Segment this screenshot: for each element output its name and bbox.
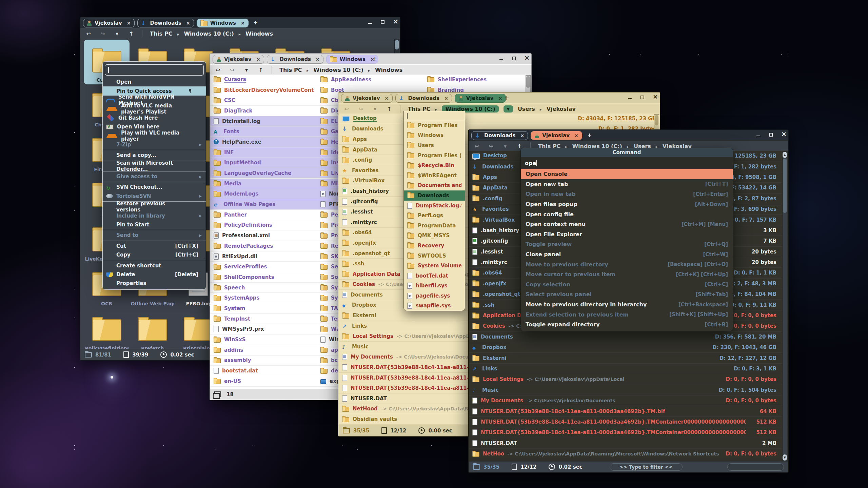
file-row[interactable]: NTUSER.DAT{53b39e88-18c4-11ea-a811-000d3… (469, 427, 788, 438)
file-row[interactable]: SystemApps (210, 293, 317, 303)
file-row[interactable]: BitLockerDiscoveryVolumeContents (210, 85, 317, 96)
dropdown-filter-input[interactable] (404, 111, 465, 120)
scrollbar-thumb[interactable] (395, 40, 399, 49)
history-dropdown-icon[interactable]: ▾ (114, 30, 120, 37)
scroll-up-icon[interactable]: ▲ (783, 152, 787, 158)
back-icon[interactable]: ↩ (85, 30, 92, 37)
forward-icon[interactable]: ↪ (99, 30, 106, 37)
new-tab-button[interactable]: + (253, 19, 258, 26)
maximize-icon[interactable] (640, 95, 645, 100)
breadcrumb-item[interactable]: Windows 10 (C:) (184, 30, 240, 37)
menu-item[interactable]: Scan with Microsoft Defender... (103, 162, 206, 170)
tab[interactable]: Downloads (395, 94, 452, 103)
file-row[interactable]: en-US (210, 376, 317, 387)
tab-close-icon[interactable] (186, 20, 190, 26)
type-to-filter-button[interactable]: >> Type to filter << (610, 463, 683, 471)
menu-item[interactable] (103, 230, 206, 230)
new-tab-button[interactable]: + (373, 56, 377, 62)
dropdown-item[interactable]: SWTOOLS (404, 251, 465, 261)
menu-item[interactable]: SVN Checkout... (103, 183, 206, 191)
grid-item[interactable]: Prefetch (130, 308, 175, 349)
palette-command[interactable]: Open new tab [Ctrl+T] (521, 179, 733, 189)
file-row[interactable]: Professional.xml (210, 230, 317, 241)
scrollbar-thumb[interactable] (783, 159, 787, 213)
palette-search-input[interactable]: ope (521, 157, 733, 169)
palette-command[interactable]: Move to previous directory in hierarchy … (521, 300, 733, 310)
menu-item[interactable] (103, 260, 206, 260)
back-icon[interactable]: ↩ (215, 67, 221, 73)
file-row[interactable]: Eksterni D: 12, F: 127, 12 GB (469, 353, 788, 363)
menu-item[interactable]: Restore previous versions (103, 202, 206, 211)
up-icon[interactable]: ↑ (257, 67, 264, 73)
menu-item[interactable] (103, 150, 206, 150)
forward-icon[interactable]: ↪ (357, 106, 364, 112)
file-row[interactable]: Media (210, 179, 317, 189)
palette-command[interactable]: Open File Explorer (521, 229, 733, 240)
menu-item[interactable]: Properties (103, 279, 206, 288)
dropdown-item[interactable]: hiberfil.sys (404, 281, 465, 291)
minimize-icon[interactable] (756, 133, 761, 137)
file-row[interactable]: WMSysPr9.prx (210, 324, 317, 335)
file-row[interactable]: My Documents -> C:\Users\Vjekoslav\Docum… (469, 395, 788, 406)
file-row[interactable]: NTUSER.DAT{53b39e88-18c4-11ea-a811-000d3… (469, 406, 788, 416)
file-row[interactable]: addins (210, 345, 317, 355)
tab-close-icon[interactable] (498, 96, 502, 101)
file-row[interactable]: Desktop D: 43034, F: 125185, 23 GB (339, 114, 659, 124)
dropdown-item[interactable]: Program Files (x86) (404, 150, 465, 161)
menu-item[interactable]: Send to ▶ (103, 231, 206, 240)
file-row[interactable]: Offline Web Pages (210, 199, 317, 210)
filter-input[interactable] (727, 463, 784, 471)
dropdown-item[interactable]: swapfile.sys (404, 301, 465, 311)
tab[interactable]: Vjekoslav (213, 55, 264, 64)
file-row[interactable]: NTUSER.DAT 2 MB (469, 438, 788, 449)
close-icon[interactable] (781, 133, 786, 137)
menu-filter-input[interactable] (105, 64, 204, 76)
file-row[interactable]: PolicyDefinitions (210, 220, 317, 231)
vertical-scrollbar[interactable]: ▲ ▼ (782, 151, 787, 461)
breadcrumb-item[interactable]: Windows (245, 30, 273, 37)
dropdown-item[interactable]: ProgramData (404, 221, 465, 231)
minimize-icon[interactable] (628, 95, 632, 100)
dropdown-item[interactable]: Downloads (404, 190, 465, 201)
tab-close-icon[interactable] (385, 96, 389, 101)
minimize-icon[interactable] (499, 56, 504, 61)
file-row[interactable]: WinSxS (210, 334, 317, 345)
file-row[interactable]: bootstat.dat (210, 366, 317, 376)
tab-close-icon[interactable] (256, 57, 260, 62)
palette-command[interactable]: Select previous panel [Shift+Tab] (521, 289, 733, 300)
file-row[interactable]: NTUSER.DAT{53b39e88-18c4-11ea-a811-000d3… (469, 417, 788, 427)
palette-command[interactable]: Move cursor to previous item [Ctrl+K] [C… (521, 269, 733, 280)
file-row[interactable]: DiagTrack (210, 106, 317, 116)
tab[interactable]: Downloads (267, 55, 323, 64)
file-row[interactable]: TempInst (210, 314, 317, 324)
dropdown-item[interactable]: $Recycle.Bin (404, 160, 465, 170)
new-tab-button[interactable]: + (587, 132, 592, 138)
menu-item[interactable]: Create shortcut (103, 261, 206, 270)
palette-command[interactable]: Move to previous directory [Backspace] [… (521, 259, 733, 269)
file-row[interactable]: Speech (210, 283, 317, 293)
tab[interactable]: Downloads (137, 19, 194, 27)
file-row[interactable]: RtlExUpd.dll (210, 251, 317, 262)
scrollbar-thumb[interactable] (526, 76, 530, 88)
menu-item[interactable]: Play with VLC media player (103, 131, 206, 140)
breadcrumb-item[interactable]: Vjekoslav (547, 106, 576, 112)
file-row[interactable]: InputMethod (210, 158, 317, 168)
palette-command[interactable]: Toggle preview [Ctrl+Q] (521, 239, 733, 249)
minimize-icon[interactable] (368, 20, 372, 24)
maximize-icon[interactable] (512, 56, 516, 61)
tab-close-icon[interactable] (444, 96, 448, 101)
tab-close-icon[interactable] (127, 20, 131, 26)
tab[interactable]: Vjekoslav (455, 94, 506, 103)
grid-item[interactable]: PolicyDefinitions (84, 308, 130, 349)
forward-icon[interactable]: ↪ (229, 67, 236, 73)
dropdown-item[interactable]: Users (404, 140, 465, 150)
palette-command[interactable]: Open config file (521, 209, 733, 219)
file-row[interactable]: ServiceProfiles (210, 262, 317, 272)
file-row[interactable]: Music D: 0, F: 1, 504 bytes (469, 385, 788, 395)
menu-item[interactable]: Include in library ▶ (103, 211, 206, 220)
scrollbar-thumb[interactable] (655, 115, 658, 125)
file-row[interactable]: ShellComponents (210, 272, 317, 283)
file-row[interactable]: Documents D: 356, F: 581, 20 MB (469, 332, 788, 342)
history-dropdown-icon[interactable]: ▾ (372, 106, 378, 112)
menu-item[interactable] (103, 182, 206, 182)
